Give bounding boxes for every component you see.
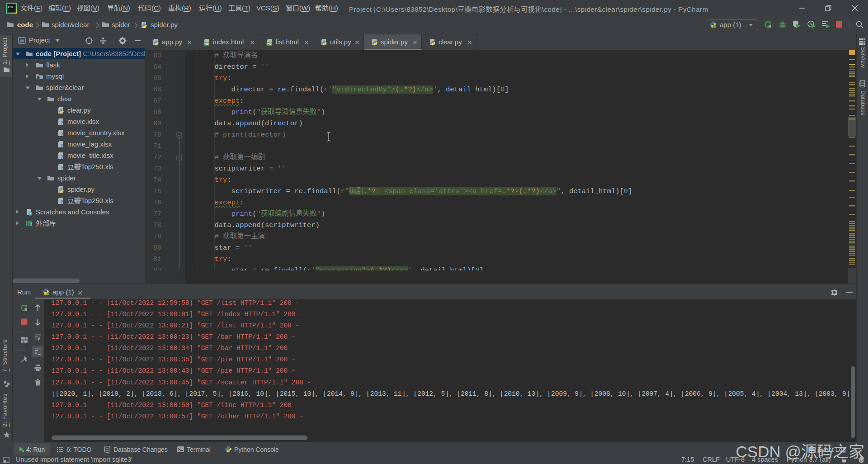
svg-text:?: ? (60, 166, 63, 171)
svg-text:PC: PC (8, 5, 13, 9)
svg-text:?: ? (60, 120, 63, 126)
svg-text:H5: H5 (267, 42, 272, 46)
svg-text:?: ? (60, 143, 63, 148)
svg-text:?: ? (60, 132, 63, 137)
svg-text:H5: H5 (204, 42, 209, 46)
svg-text:?: ? (60, 154, 63, 160)
svg-text:?: ? (60, 199, 63, 205)
